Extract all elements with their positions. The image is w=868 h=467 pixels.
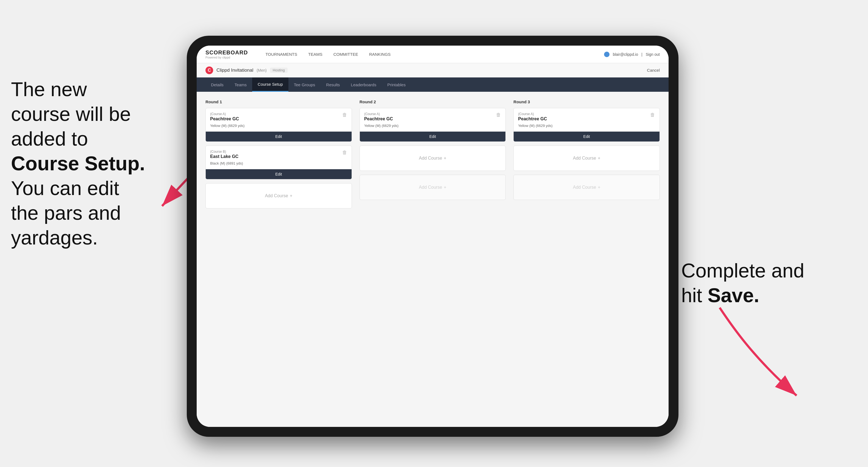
round-1-course-a-edit-button[interactable]: Edit [206,132,351,142]
tab-details[interactable]: Details [206,77,229,92]
round-1-course-b-id: (Course B) [210,150,239,154]
round-1-course-a-name: Peachtree GC [210,117,239,121]
round-1-column: Round 1 (Course A) Peachtree GC 🗑 Yellow… [206,99,352,212]
round-3-add-course-plus-icon: + [598,156,600,161]
tournament-logo: C [206,66,213,74]
nav-teams[interactable]: TEAMS [308,52,322,57]
tabs-bar: Details Teams Course Setup Tee Groups Re… [197,77,669,92]
round-1-add-course-plus-icon: + [290,193,292,198]
tab-course-setup[interactable]: Course Setup [252,77,288,92]
nav-right: blair@clippd.io | Sign out [604,52,660,57]
main-content: Round 1 (Course A) Peachtree GC 🗑 Yellow… [197,92,669,427]
round-2-course-a-card: (Course A) Peachtree GC 🗑 Yellow (M) (66… [360,108,506,142]
round-2-course-a-id: (Course A) [364,112,393,116]
nav-committee[interactable]: COMMITTEE [334,52,358,57]
round-1-course-a-header: (Course A) Peachtree GC 🗑 [206,108,351,123]
rounds-grid: Round 1 (Course A) Peachtree GC 🗑 Yellow… [206,99,660,212]
round-3-course-a-card: (Course A) Peachtree GC 🗑 Yellow (M) (66… [514,108,660,142]
round-3-course-a-delete-icon[interactable]: 🗑 [650,112,655,118]
tournament-gender: (Men) [256,68,267,72]
tab-results[interactable]: Results [320,77,345,92]
pipe-separator: | [641,52,643,57]
round-2-label: Round 2 [360,99,506,104]
round-2-course-a-details: Yellow (M) (6629 yds) [360,124,506,132]
cancel-button[interactable]: Cancel [647,68,660,72]
user-avatar [604,52,610,57]
tournament-status: Hosting [270,68,288,73]
round-3-course-a-edit-button[interactable]: Edit [514,132,659,142]
round-2-column: Round 2 (Course A) Peachtree GC 🗑 Yellow… [360,99,506,212]
round-3-label: Round 3 [514,99,660,104]
round-1-course-a-card: (Course A) Peachtree GC 🗑 Yellow (M) (66… [206,108,352,142]
round-3-column: Round 3 (Course A) Peachtree GC 🗑 Yellow… [514,99,660,212]
tournament-title: Clippd Invitational [216,68,253,73]
round-2-course-a-name: Peachtree GC [364,117,393,121]
logo-area: SCOREBOARD Powered by clippd [206,50,248,59]
round-3-course-a-id: (Course A) [518,112,547,116]
round-1-course-b-name: East Lake GC [210,154,239,159]
logo-scoreboard: SCOREBOARD [206,50,248,56]
round-1-label: Round 1 [206,99,352,104]
tab-teams[interactable]: Teams [229,77,252,92]
user-email: blair@clippd.io [613,52,638,57]
round-1-course-b-details: Black (M) (6891 yds) [206,161,351,169]
round-3-course-a-details: Yellow (M) (6629 yds) [514,124,659,132]
round-1-course-a-delete-icon[interactable]: 🗑 [342,112,347,118]
top-nav: SCOREBOARD Powered by clippd TOURNAMENTS… [197,45,669,63]
tablet-device: SCOREBOARD Powered by clippd TOURNAMENTS… [187,36,679,437]
round-3-add-course-button[interactable]: Add Course + [514,146,660,171]
round-3-course-a-header: (Course A) Peachtree GC 🗑 [514,108,659,123]
round-2-course-a-delete-icon[interactable]: 🗑 [496,112,501,118]
round-2-add-course-disabled-plus-icon: + [444,185,446,190]
round-1-course-b-header: (Course B) East Lake GC 🗑 [206,146,351,161]
round-1-course-b-delete-icon[interactable]: 🗑 [342,150,347,155]
round-3-course-a-name: Peachtree GC [518,117,547,121]
tab-printables[interactable]: Printables [382,77,411,92]
round-1-course-b-card: (Course B) East Lake GC 🗑 Black (M) (689… [206,146,352,179]
nav-links: TOURNAMENTS TEAMS COMMITTEE RANKINGS [265,52,591,57]
nav-rankings[interactable]: RANKINGS [369,52,391,57]
tab-tee-groups[interactable]: Tee Groups [288,77,321,92]
round-3-add-course-disabled: Add Course + [514,175,660,200]
round-1-add-course-button[interactable]: Add Course + [206,183,352,209]
logo-powered: Powered by clippd [206,56,248,59]
round-1-course-b-edit-button[interactable]: Edit [206,169,351,179]
round-2-course-a-edit-button[interactable]: Edit [360,132,506,142]
arrow-right-icon [698,302,813,407]
tournament-bar: C Clippd Invitational (Men) Hosting Canc… [197,63,669,77]
tournament-name-area: C Clippd Invitational (Men) Hosting [206,66,288,74]
sign-out-link[interactable]: Sign out [646,52,660,57]
round-2-add-course-plus-icon: + [444,156,446,161]
round-2-add-course-button[interactable]: Add Course + [360,146,506,171]
round-2-add-course-disabled: Add Course + [360,175,506,200]
round-2-course-a-header: (Course A) Peachtree GC 🗑 [360,108,506,123]
round-3-add-course-disabled-plus-icon: + [598,185,600,190]
tablet-screen: SCOREBOARD Powered by clippd TOURNAMENTS… [197,45,669,427]
nav-tournaments[interactable]: TOURNAMENTS [265,52,297,57]
round-1-course-a-id: (Course A) [210,112,239,116]
round-1-course-a-details: Yellow (M) (6629 yds) [206,124,351,132]
annotation-right: Complete and hit Save. [681,258,840,308]
tab-leaderboards[interactable]: Leaderboards [345,77,382,92]
